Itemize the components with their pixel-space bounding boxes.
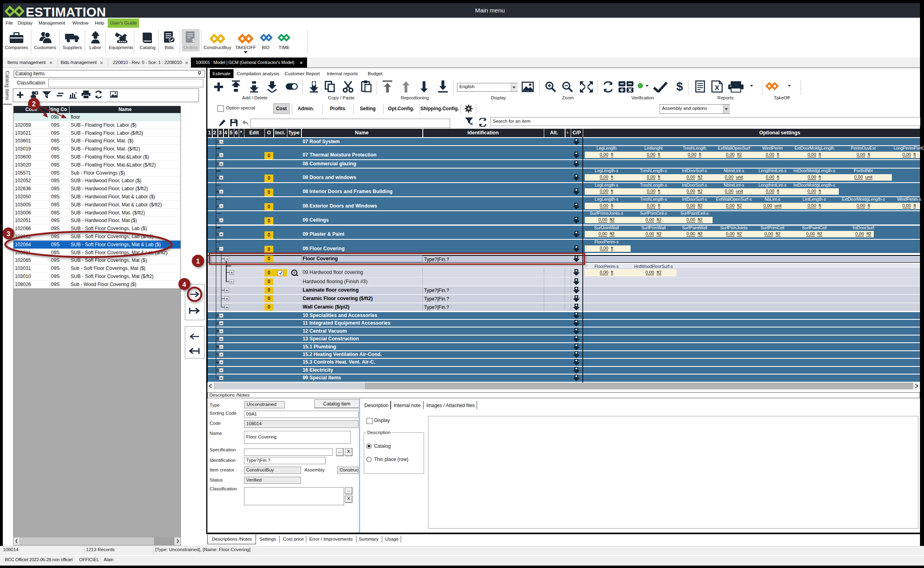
svg-text:2: 2 [32,100,36,108]
svg-text:1: 1 [196,257,200,265]
svg-text:3: 3 [6,230,10,238]
svg-text:4: 4 [182,281,186,288]
